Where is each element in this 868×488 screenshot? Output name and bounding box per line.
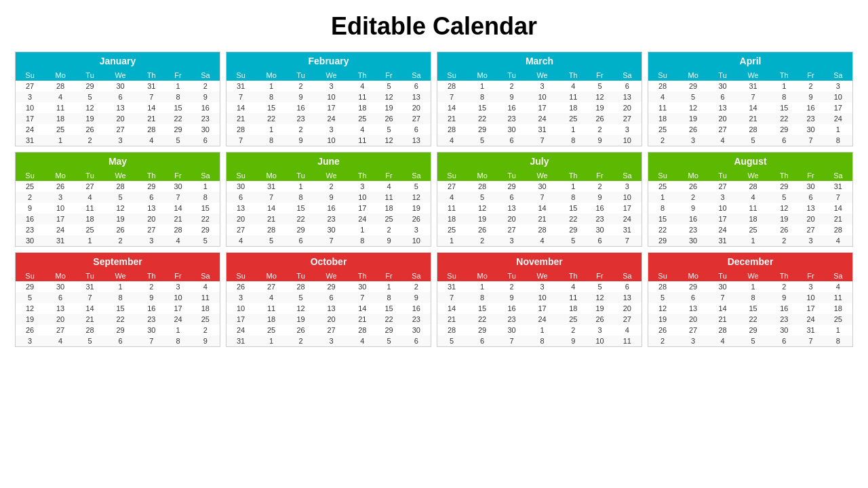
day-cell: 26 [587, 314, 612, 325]
day-cell: 11 [613, 336, 642, 346]
day-cell: 24 [349, 214, 376, 224]
day-cell: 19 [402, 203, 431, 214]
day-cell: 13 [44, 303, 77, 314]
day-cell: 26 [677, 181, 709, 192]
day-cell: 2 [288, 336, 314, 346]
day-cell: 8 [255, 92, 288, 102]
day-cell: 5 [466, 135, 498, 146]
day-header: Th [559, 270, 587, 281]
day-cell: 16 [314, 203, 349, 214]
day-cell: 23 [498, 314, 525, 325]
day-cell: 13 [226, 203, 255, 214]
day-header: Mo [677, 70, 709, 81]
day-cell: 17 [797, 303, 823, 314]
day-header: We [736, 70, 770, 81]
day-cell: 27 [77, 181, 103, 192]
day-header: We [314, 70, 349, 81]
day-cell: 10 [824, 92, 852, 102]
day-cell: 30 [138, 325, 165, 336]
day-cell: 26 [770, 224, 797, 235]
day-cell: 16 [498, 303, 525, 314]
day-cell: 28 [648, 281, 677, 292]
day-cell: 18 [559, 303, 587, 314]
table-row: 17181920212223 [16, 113, 220, 124]
month-header-january: January [16, 52, 220, 70]
day-cell: 7 [349, 292, 376, 303]
day-cell: 14 [437, 102, 466, 113]
day-cell: 5 [191, 235, 220, 246]
month-block-november: NovemberSuMoTuWeThFrSa311234567891011121… [437, 252, 642, 347]
day-cell: 18 [559, 102, 587, 113]
day-cell: 3 [103, 135, 138, 146]
day-cell: 5 [770, 192, 797, 203]
cal-table-march: SuMoTuWeThFrSa28123456789101112131415161… [437, 70, 642, 146]
day-cell: 28 [255, 224, 288, 235]
day-header: Sa [824, 270, 852, 281]
day-cell: 2 [498, 281, 525, 292]
day-cell: 14 [525, 203, 559, 214]
day-cell: 20 [103, 113, 138, 124]
day-cell: 23 [138, 314, 165, 325]
day-cell: 1 [349, 224, 376, 235]
day-cell: 27 [797, 224, 823, 235]
day-cell: 1 [736, 235, 770, 246]
month-header-october: October [226, 253, 431, 270]
day-cell: 7 [613, 235, 642, 246]
day-cell: 9 [559, 336, 587, 346]
day-cell: 17 [824, 102, 852, 113]
month-block-december: DecemberSuMoTuWeThFrSa282930123456789101… [648, 252, 853, 347]
table-row: 14151617181920 [226, 102, 431, 113]
day-cell: 5 [736, 336, 770, 346]
table-row: 27282930123 [437, 181, 642, 192]
table-row: 17181920212223 [226, 314, 431, 325]
day-cell: 24 [314, 113, 349, 124]
day-header: Fr [797, 170, 823, 181]
day-header: Tu [77, 70, 103, 81]
day-cell: 3 [587, 325, 612, 336]
day-cell: 3 [16, 336, 44, 346]
day-cell: 20 [138, 214, 165, 224]
day-header: We [525, 170, 559, 181]
day-cell: 11 [736, 203, 770, 214]
table-row: 25262728293031 [648, 181, 852, 192]
day-cell: 28 [349, 325, 376, 336]
day-cell: 28 [138, 124, 165, 135]
day-cell: 2 [376, 224, 401, 235]
day-cell: 17 [709, 214, 736, 224]
day-cell: 22 [648, 224, 677, 235]
day-cell: 29 [191, 224, 220, 235]
day-cell: 13 [498, 203, 525, 214]
day-cell: 12 [16, 303, 44, 314]
day-cell: 14 [226, 102, 255, 113]
day-cell: 5 [587, 81, 612, 92]
table-row: 31123456 [437, 281, 642, 292]
table-row: 12131415161718 [648, 303, 852, 314]
cal-table-september: SuMoTuWeThFrSa29303112345678910111213141… [16, 270, 220, 346]
day-cell: 28 [226, 124, 255, 135]
day-cell: 15 [103, 303, 138, 314]
day-cell: 14 [709, 303, 736, 314]
day-cell: 4 [165, 235, 191, 246]
day-cell: 10 [525, 292, 559, 303]
day-cell: 21 [226, 113, 255, 124]
day-cell: 3 [677, 135, 709, 146]
day-cell: 11 [44, 102, 77, 113]
day-cell: 13 [613, 92, 642, 102]
day-cell: 25 [77, 224, 103, 235]
day-cell: 26 [402, 214, 431, 224]
day-cell: 3 [613, 124, 642, 135]
day-cell: 3 [349, 181, 376, 192]
day-header: Fr [587, 270, 612, 281]
day-cell: 17 [613, 203, 642, 214]
day-cell: 30 [797, 124, 823, 135]
day-header: Th [349, 270, 376, 281]
day-cell: 9 [402, 292, 431, 303]
day-cell: 15 [648, 214, 677, 224]
day-cell: 24 [824, 113, 852, 124]
calendars-grid: JanuarySuMoTuWeThFrSa2728293031123456789… [0, 49, 868, 350]
table-row: 2526272829301 [16, 181, 220, 192]
day-header: Sa [191, 70, 220, 81]
day-header: Sa [402, 270, 431, 281]
day-cell: 2 [648, 135, 677, 146]
day-cell: 12 [587, 292, 612, 303]
